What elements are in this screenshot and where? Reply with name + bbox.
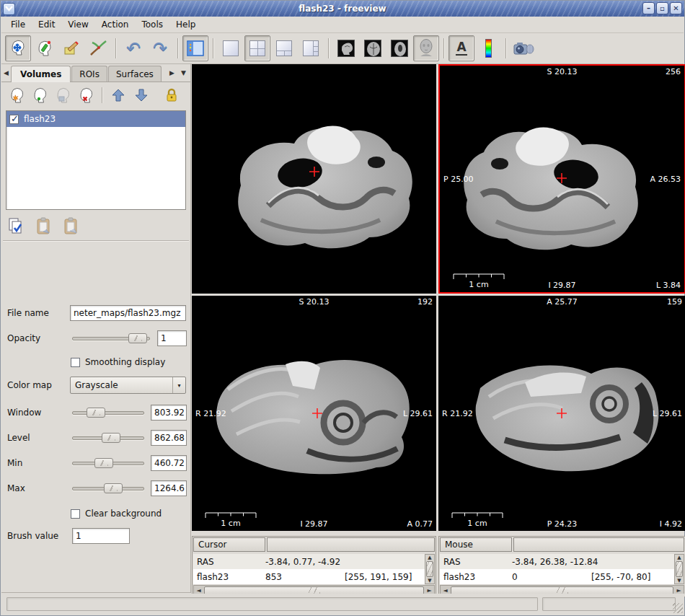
coord-label-right: R 21.92 xyxy=(195,409,226,418)
viewport-coronal[interactable]: S 20.13 256 P 25.00 A 26.53 I 29.87 L 3.… xyxy=(438,64,685,294)
viewport-sagittal[interactable]: S 20.13 192 R 21.92 L 29.61 I 29.87 A 0.… xyxy=(192,296,436,531)
file-name-label: File name xyxy=(7,308,49,318)
scroll-up-icon: ▲ xyxy=(677,555,681,560)
min-slider[interactable] xyxy=(72,457,144,469)
coronal-view-button[interactable] xyxy=(360,35,386,61)
opacity-input[interactable]: 1 xyxy=(157,330,187,346)
viewport-3d[interactable] xyxy=(192,64,436,294)
load-volume-button[interactable] xyxy=(29,84,52,106)
opacity-slider[interactable] xyxy=(72,333,150,344)
axial-view-button[interactable] xyxy=(386,35,412,61)
menubar: File Edit View Action Tools Help xyxy=(1,17,684,33)
layout-1n3-button[interactable] xyxy=(298,35,324,61)
close-button[interactable]: ✕ xyxy=(670,2,682,14)
menu-help[interactable]: Help xyxy=(169,17,202,32)
scroll-down-icon: ▼ xyxy=(428,578,431,584)
mouse-panel-header-spacer xyxy=(513,537,684,552)
color-map-label: Color map xyxy=(7,380,52,390)
coord-label-anterior: A 0.77 xyxy=(407,519,433,529)
max-slider[interactable] xyxy=(72,483,144,494)
layer-list[interactable]: flash23 xyxy=(6,110,186,210)
window-menu-button[interactable] xyxy=(3,3,15,15)
close-volume-icon xyxy=(77,87,96,104)
window-slider[interactable] xyxy=(72,407,144,418)
save-volume-button[interactable] xyxy=(52,84,75,106)
sagittal-view-button[interactable] xyxy=(333,35,359,61)
window-input[interactable]: 803.92 xyxy=(151,405,187,421)
color-map-dropdown[interactable]: Grayscale ▾ xyxy=(70,377,186,394)
layer-visibility-checkbox[interactable] xyxy=(9,115,19,124)
file-name-input[interactable]: neter_maps/flash23.mgz xyxy=(70,305,186,321)
table-row: RAS -3.84, 26.38, -12.84 xyxy=(440,554,674,569)
lock-icon xyxy=(164,87,179,103)
crosshair-icon xyxy=(556,172,567,184)
colorscale-button[interactable] xyxy=(475,35,501,61)
recon-edit-button[interactable] xyxy=(58,35,84,61)
vertical-scrollbar[interactable]: ▲▼ xyxy=(674,554,684,584)
level-slider[interactable] xyxy=(72,432,144,444)
coord-label-left: L 29.61 xyxy=(403,409,433,418)
paste-settings-button[interactable] xyxy=(35,217,53,236)
layout-1n2-icon xyxy=(276,40,292,56)
layout-1x1-button[interactable] xyxy=(218,35,244,61)
cursor-table: RAS -3.84, 0.77, -4.92 flash23 853 [255,… xyxy=(193,554,425,584)
undo-button[interactable]: ↶ xyxy=(120,35,146,61)
new-volume-button[interactable] xyxy=(6,84,29,106)
show-control-panel-icon xyxy=(187,40,204,56)
tab-surfaces[interactable]: Surfaces xyxy=(108,66,162,82)
view-3d-button[interactable] xyxy=(413,35,439,61)
viewport-axial[interactable]: A 25.77 159 R 21.92 L 29.61 P 24.23 I 4.… xyxy=(438,296,685,531)
tab-menu-icon[interactable]: ▼ xyxy=(181,69,186,76)
point-set-edit-button[interactable] xyxy=(85,35,111,61)
menu-file[interactable]: File xyxy=(4,17,32,32)
resize-grip-icon[interactable] xyxy=(673,603,683,613)
layer-row-flash23[interactable]: flash23 xyxy=(6,111,185,127)
layout-1n2-button[interactable] xyxy=(271,35,297,61)
close-volume-button[interactable] xyxy=(75,84,98,106)
cursor-info-panel: Cursor RAS -3.84, 0.77, -4.92 flash23 85… xyxy=(192,536,436,597)
mouse-panel-header[interactable]: Mouse xyxy=(440,537,512,552)
minimize-button[interactable]: – xyxy=(642,2,655,14)
tab-scroll-left-icon[interactable]: ◀ xyxy=(4,69,9,76)
tab-volumes[interactable]: Volumes xyxy=(11,66,71,82)
view-3d-icon xyxy=(417,39,435,58)
titlebar[interactable]: flash23 - freeview – ▫ ✕ xyxy=(1,1,684,17)
layout-2x2-button[interactable] xyxy=(244,35,270,61)
scroll-right-icon: ► xyxy=(674,587,684,594)
smoothing-display-checkbox[interactable] xyxy=(71,358,80,367)
save-volume-icon xyxy=(54,87,73,104)
voxel-edit-icon xyxy=(35,39,54,58)
cursor-panel-header-spacer xyxy=(267,537,435,552)
move-layer-up-button[interactable] xyxy=(107,84,130,106)
annotation-button[interactable]: A xyxy=(448,35,474,61)
vertical-scrollbar[interactable]: ▲▼ xyxy=(425,554,435,584)
cursor-panel-header[interactable]: Cursor xyxy=(193,537,265,552)
paste-settings-all-button[interactable] xyxy=(62,217,81,236)
menu-tools[interactable]: Tools xyxy=(135,17,169,32)
lock-layer-button[interactable] xyxy=(160,84,183,106)
menu-view[interactable]: View xyxy=(61,17,94,32)
voxel-edit-button[interactable] xyxy=(32,35,58,61)
min-input[interactable]: 460.72 xyxy=(151,455,187,471)
menu-edit[interactable]: Edit xyxy=(32,17,61,32)
new-volume-icon xyxy=(8,87,27,104)
max-input[interactable]: 1264.6 xyxy=(151,480,187,496)
menu-action[interactable]: Action xyxy=(95,17,136,32)
maximize-button[interactable]: ▫ xyxy=(656,2,668,14)
table-row: flash23 853 [255, 191, 159] xyxy=(193,569,425,584)
show-control-panel-button[interactable] xyxy=(182,35,208,61)
navigate-button[interactable] xyxy=(5,35,31,61)
clear-background-checkbox[interactable] xyxy=(71,509,80,519)
tab-rois[interactable]: ROIs xyxy=(71,66,107,82)
brush-value-input[interactable]: 1 xyxy=(72,528,130,544)
level-input[interactable]: 862.68 xyxy=(151,430,187,446)
point-set-edit-icon xyxy=(88,39,108,58)
move-layer-down-button[interactable] xyxy=(130,84,153,106)
chevron-down-icon[interactable]: ▾ xyxy=(172,377,185,393)
redo-button[interactable]: ↷ xyxy=(147,35,173,61)
screenshot-button[interactable] xyxy=(511,35,536,61)
crosshair-icon xyxy=(556,408,567,419)
tab-scroll-right-icon[interactable]: ▶ xyxy=(169,69,174,76)
scale-bar: 1 cm xyxy=(205,512,257,528)
copy-settings-button[interactable] xyxy=(7,217,26,236)
